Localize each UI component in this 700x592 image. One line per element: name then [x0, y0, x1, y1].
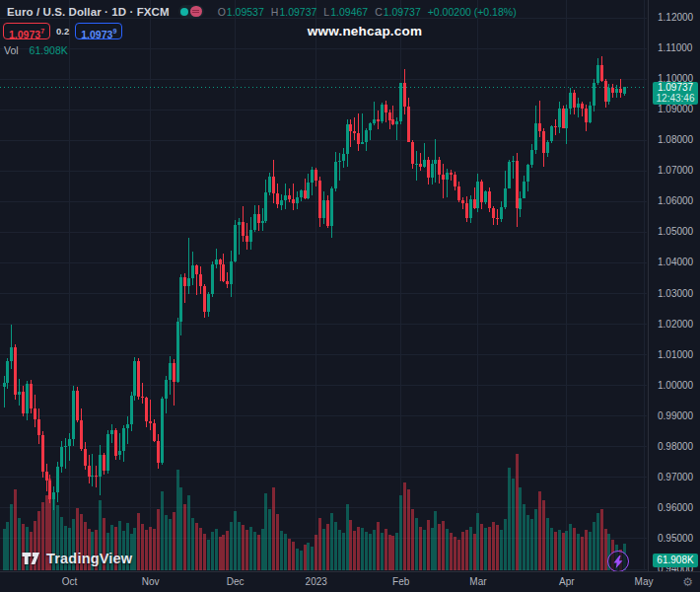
candlestick-chart[interactable] [0, 0, 700, 592]
current-price-value: 1.09737 [653, 83, 698, 94]
price-tick-label: 1.03000 [658, 288, 693, 299]
bar-countdown: 12:43:46 [653, 94, 698, 105]
buy-button[interactable]: 1.09739 [75, 23, 122, 39]
current-price-label: 1.09737 12:43:46 [653, 82, 698, 105]
change-value: +0.00200 (+0.18%) [428, 6, 517, 18]
high-value: 1.09737 [279, 6, 316, 18]
price-tick-label: 0.96000 [658, 502, 693, 513]
open-label: O [218, 6, 226, 18]
time-tick-label: Dec [227, 576, 245, 587]
high-label: H [271, 6, 279, 18]
close-value: 1.09737 [384, 6, 421, 18]
price-tick-label: 1.07000 [658, 165, 693, 176]
open-value: 1.09537 [227, 6, 264, 18]
low-value: 1.09467 [330, 6, 368, 18]
lightning-icon [613, 555, 623, 568]
watermark-text: www.nehcap.com [308, 24, 422, 38]
tradingview-chart-window: www.nehcap.com Euro / U.S. Dollar · 1D ·… [0, 0, 700, 592]
time-tick-label: Feb [392, 576, 409, 587]
volume-value: 61.908K [30, 44, 68, 56]
legend-menu-icon [190, 6, 202, 17]
volume-legend: Vol 61.908K [4, 44, 68, 56]
current-volume-label: 61.908K [653, 554, 698, 567]
volume-label: Vol [4, 44, 19, 56]
market-status-toggle[interactable] [178, 5, 204, 18]
time-tick-label: 2023 [306, 576, 327, 587]
price-tick-label: 1.08000 [658, 134, 693, 145]
price-tick-label: 1.12000 [658, 12, 693, 23]
ohlc-values: O 1.09537 H 1.09737 L 1.09467 C 1.09737 … [218, 6, 517, 18]
price-tick-label: 0.95000 [658, 533, 693, 544]
symbol-title[interactable]: Euro / U.S. Dollar · 1D · FXCM [7, 6, 170, 18]
price-tick-label: 1.11000 [658, 42, 692, 53]
time-tick-label: Oct [62, 576, 78, 587]
price-tick-label: 0.99000 [658, 410, 693, 421]
boost-lightning-button[interactable] [607, 551, 629, 572]
tradingview-logo-icon [22, 552, 40, 565]
price-tick-label: 1.04000 [658, 257, 693, 267]
price-tick-label: 1.02000 [658, 319, 693, 330]
price-tick-label: 0.97000 [658, 472, 693, 482]
axis-settings-gear-icon[interactable]: ⚙ [682, 575, 693, 589]
bid-ask-row: 1.09737 0.2 1.09739 [3, 23, 122, 39]
spread-value: 0.2 [56, 26, 69, 37]
price-tick-label: 1.06000 [658, 195, 693, 206]
time-tick-label: Apr [559, 576, 575, 587]
price-tick-label: 1.05000 [658, 226, 693, 237]
symbol-legend: Euro / U.S. Dollar · 1D · FXCM O 1.09537… [7, 4, 517, 19]
time-tick-label: May [635, 576, 654, 587]
price-tick-label: 1.00000 [658, 380, 693, 391]
tradingview-logo[interactable]: TradingView [22, 551, 132, 566]
price-tick-label: 0.98000 [658, 441, 693, 452]
time-tick-label: Mar [469, 576, 486, 587]
tradingview-logo-text: TradingView [46, 551, 132, 566]
sell-button[interactable]: 1.09737 [3, 23, 50, 39]
price-tick-label: 1.01000 [658, 349, 693, 360]
low-label: L [323, 6, 329, 18]
time-tick-label: Nov [142, 576, 160, 587]
price-tick-label: 1.09000 [658, 104, 693, 114]
time-axis[interactable]: ⚙ OctNovDec2023FebMarAprMay [0, 571, 700, 592]
market-open-dot-icon [180, 8, 188, 16]
close-label: C [375, 6, 383, 18]
